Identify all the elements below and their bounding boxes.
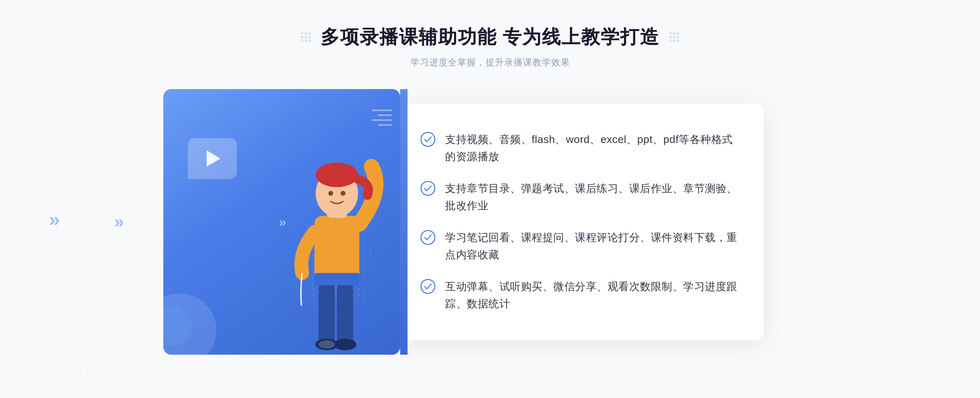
svg-rect-1: [337, 281, 353, 347]
title-deco-right: [669, 32, 679, 42]
feature-text-1: 支持视频、音频、flash、word、excel、ppt、pdf等各种格式的资源…: [445, 131, 739, 165]
feature-item-1: 支持视频、音频、flash、word、excel、ppt、pdf等各种格式的资源…: [421, 127, 739, 169]
title-deco-left: [301, 32, 311, 42]
feature-item-4: 互动弹幕、试听购买、微信分享、观看次数限制、学习进度跟踪、数据统计: [421, 274, 739, 316]
check-icon-2: [421, 181, 435, 196]
svg-rect-10: [314, 273, 359, 285]
page-wrapper: 多项录播课辅助功能 专为线上教学打造: [0, 0, 980, 398]
svg-point-15: [421, 279, 435, 293]
feature-item-2: 支持章节目录、弹题考试、课后练习、课后作业、章节测验、批改作业: [421, 176, 739, 218]
illustration-panel: »: [163, 89, 400, 355]
svg-point-12: [421, 132, 435, 146]
vertical-accent-bar: [400, 89, 408, 355]
content-area: »: [163, 89, 817, 355]
svg-point-11: [318, 340, 335, 349]
play-bubble: [188, 138, 237, 179]
chevrons-left-outside: »: [114, 212, 120, 232]
main-title: 多项录播课辅助功能 专为线上教学打造: [301, 25, 679, 50]
svg-rect-0: [318, 281, 335, 347]
check-icon-3: [421, 230, 435, 245]
subtitle-text: 学习进度全掌握，提升录播课教学效果: [301, 56, 679, 69]
check-icon-4: [421, 279, 435, 294]
feature-text-2: 支持章节目录、弹题考试、课后练习、课后作业、章节测验、批改作业: [445, 180, 739, 214]
features-panel: 支持视频、音频、flash、word、excel、ppt、pdf等各种格式的资源…: [396, 103, 764, 340]
check-icon-1: [421, 132, 435, 147]
feature-text-4: 互动弹幕、试听购买、微信分享、观看次数限制、学习进度跟踪、数据统计: [445, 278, 739, 312]
play-icon: [207, 150, 220, 167]
title-text: 多项录播课辅助功能 专为线上教学打造: [321, 25, 660, 50]
svg-point-7: [316, 163, 358, 187]
header-section: 多项录播课辅助功能 专为线上教学打造: [301, 25, 679, 69]
left-chevrons-bg: »: [49, 208, 56, 230]
arrow-indicators: »: [279, 215, 284, 230]
svg-point-13: [421, 181, 435, 195]
feature-item-3: 学习笔记回看、课程提问、课程评论打分、课件资料下载，重点内容收藏: [421, 225, 739, 267]
lines-deco: [376, 110, 392, 150]
svg-point-9: [341, 191, 345, 196]
person-illustration: [278, 126, 392, 355]
svg-point-14: [421, 230, 435, 244]
svg-point-8: [328, 191, 333, 196]
svg-point-3: [334, 339, 356, 350]
feature-text-3: 学习笔记回看、课程提问、课程评论打分、课件资料下载，重点内容收藏: [445, 229, 739, 263]
